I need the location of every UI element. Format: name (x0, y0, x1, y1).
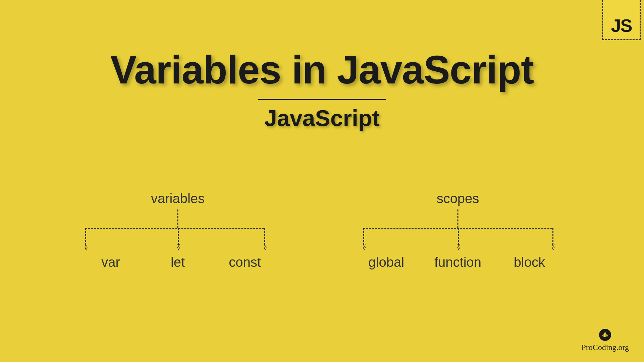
tree-child-var: var (77, 255, 144, 270)
tree-children: global function block (351, 255, 565, 270)
scopes-tree: scopes vv vv vv global function block (351, 191, 565, 270)
svg-line-3 (603, 334, 604, 335)
tree-stem (177, 209, 178, 228)
attribution-text: ProCoding.org (581, 343, 629, 352)
tree-child-let: let (144, 255, 211, 270)
tree-branches: vv vv vv (351, 209, 565, 250)
tree-root-variables: variables (77, 191, 278, 206)
arrow-icon: vv (457, 243, 461, 250)
arrow-icon: vv (177, 243, 180, 250)
svg-line-5 (603, 337, 604, 337)
tree-root-scopes: scopes (351, 191, 565, 206)
svg-line-6 (607, 334, 608, 335)
tree-child-global: global (351, 255, 422, 270)
page-title: Variables in JavaScript (110, 47, 534, 93)
attribution: ProCoding.org (581, 329, 629, 352)
tree-branches: vv vv vv (77, 209, 278, 250)
arrow-icon: vv (551, 243, 555, 250)
arrow-icon: vv (363, 243, 366, 250)
tree-children: var let const (77, 255, 278, 270)
tree-child-block: block (494, 255, 565, 270)
arrow-icon: vv (263, 243, 267, 250)
bug-icon (599, 329, 611, 341)
title-divider (258, 99, 386, 100)
tree-child-const: const (211, 255, 278, 270)
tree-hbar (85, 228, 264, 229)
arrow-icon: vv (84, 243, 88, 250)
svg-line-8 (607, 337, 608, 337)
tree-stem (458, 209, 459, 228)
tree-child-function: function (422, 255, 493, 270)
variables-tree: variables vv vv vv var let const (77, 191, 278, 270)
page-subtitle: JavaScript (264, 105, 380, 131)
js-badge: JS (602, 0, 641, 40)
js-badge-text: JS (611, 15, 632, 36)
